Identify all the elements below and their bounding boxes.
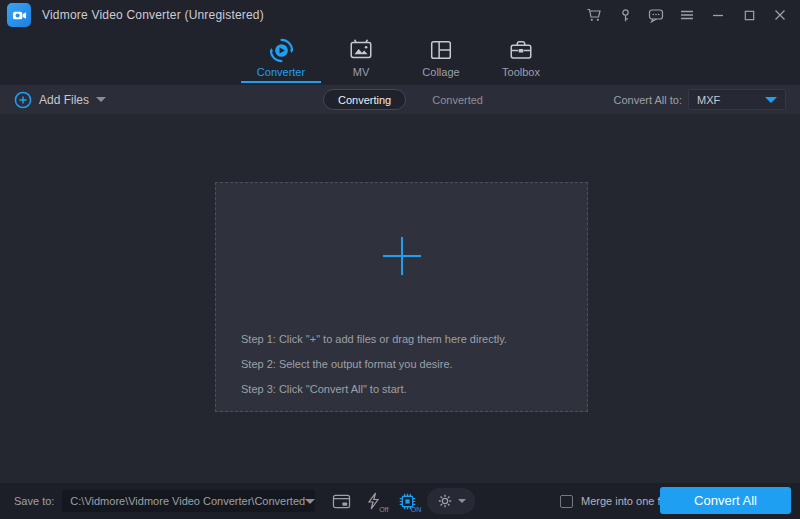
dropdown-caret-icon — [765, 97, 777, 103]
output-format-value: MXF — [697, 94, 720, 106]
tab-collage-label: Collage — [422, 66, 459, 78]
add-files-button[interactable]: Add Files — [14, 91, 106, 109]
add-plus-circle-icon — [14, 91, 32, 109]
convert-all-to-group: Convert All to: MXF — [614, 85, 786, 114]
tab-converter[interactable]: Converter — [241, 30, 321, 85]
step-2: Step 2: Select the output format you des… — [241, 352, 507, 377]
sub-toolbar: Add Files Converting Converted Convert A… — [0, 85, 800, 114]
gpu-acceleration-toggle[interactable]: ON — [395, 488, 419, 514]
step-1: Step 1: Click "+" to add files or drag t… — [241, 327, 507, 352]
tab-toolbox-label: Toolbox — [502, 66, 540, 78]
minimize-button[interactable] — [708, 5, 728, 25]
merge-checkbox-label: Merge into one file — [581, 495, 672, 507]
app-window: Vidmore Video Converter (Unregistered) — [0, 0, 800, 519]
settings-button[interactable] — [427, 488, 475, 514]
register-key-icon[interactable] — [615, 5, 635, 25]
add-files-label: Add Files — [39, 93, 89, 107]
tab-toolbox[interactable]: Toolbox — [481, 30, 561, 85]
mv-tv-icon — [348, 37, 374, 63]
tab-mv[interactable]: MV — [321, 30, 401, 85]
nav-tabbar: Converter MV — [0, 30, 800, 85]
file-dropzone[interactable]: Step 1: Click "+" to add files or drag t… — [215, 182, 588, 412]
view-switch: Converting Converted — [323, 89, 489, 110]
tab-mv-label: MV — [353, 66, 370, 78]
app-logo-icon — [7, 3, 31, 27]
merge-option: Merge into one file — [560, 495, 672, 508]
save-path-value: C:\Vidmore\Vidmore Video Converter\Conve… — [70, 495, 305, 507]
high-speed-state-badge: Off — [379, 506, 388, 513]
tab-converter-label: Converter — [257, 66, 305, 78]
maximize-button[interactable] — [739, 5, 759, 25]
merge-checkbox[interactable] — [560, 495, 573, 508]
converted-tab[interactable]: Converted — [426, 94, 489, 106]
titlebar-actions — [584, 5, 800, 25]
save-path-caret-icon — [305, 499, 315, 504]
feedback-chat-icon[interactable] — [646, 5, 666, 25]
close-button[interactable] — [770, 5, 790, 25]
step-3: Step 3: Click "Convert All" to start. — [241, 377, 507, 402]
high-speed-toggle[interactable]: Off — [362, 488, 386, 514]
instruction-steps: Step 1: Click "+" to add files or drag t… — [241, 327, 507, 402]
store-cart-icon[interactable] — [584, 5, 604, 25]
add-files-plus-icon[interactable] — [383, 237, 421, 275]
tab-collage[interactable]: Collage — [401, 30, 481, 85]
main-area: Step 1: Click "+" to add files or drag t… — [0, 114, 800, 483]
gpu-state-badge: ON — [411, 506, 422, 513]
save-path-dropdown[interactable]: C:\Vidmore\Vidmore Video Converter\Conve… — [62, 490, 315, 512]
menu-hamburger-icon[interactable] — [677, 5, 697, 25]
window-title: Vidmore Video Converter (Unregistered) — [42, 8, 264, 22]
settings-caret-icon — [458, 499, 466, 503]
converting-tab[interactable]: Converting — [323, 89, 406, 110]
footer-bar: Save to: C:\Vidmore\Vidmore Video Conver… — [0, 483, 800, 519]
converter-play-refresh-icon — [268, 37, 295, 63]
convert-all-button[interactable]: Convert All — [660, 487, 791, 514]
collage-grid-icon — [428, 37, 454, 63]
output-format-dropdown[interactable]: MXF — [688, 89, 786, 110]
save-to-label: Save to: — [14, 495, 54, 507]
titlebar: Vidmore Video Converter (Unregistered) — [0, 0, 800, 30]
convert-all-to-label: Convert All to: — [614, 94, 682, 106]
folder-icon — [332, 493, 351, 510]
toolbox-briefcase-icon — [508, 37, 534, 63]
gear-icon — [437, 493, 453, 509]
add-files-caret-icon[interactable] — [96, 97, 106, 102]
open-output-folder-button[interactable] — [329, 488, 353, 514]
